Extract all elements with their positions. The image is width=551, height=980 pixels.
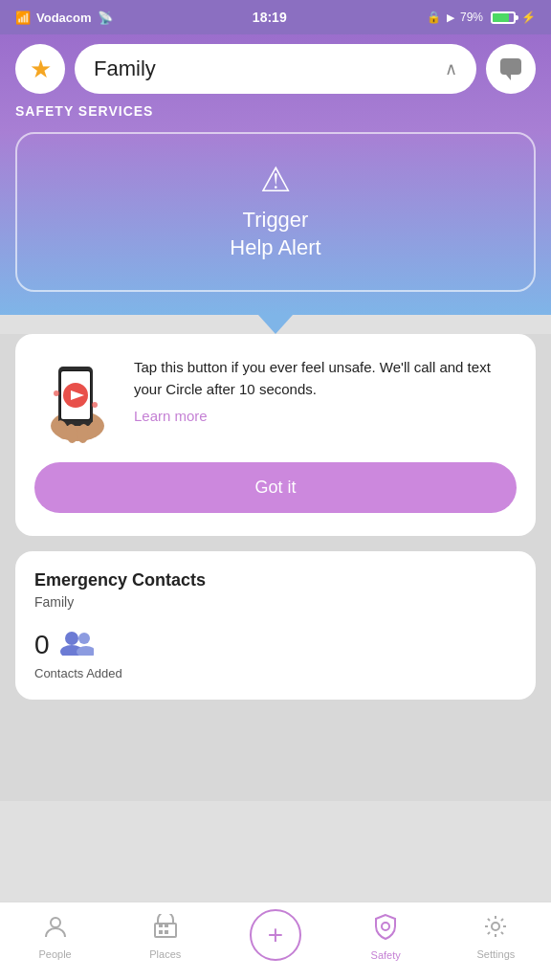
contacts-group-icon (59, 627, 94, 662)
header: ★ Family ∧ SAFETY SERVICES (0, 34, 551, 132)
carrier-label: Vodacom (36, 11, 92, 25)
svg-point-8 (54, 390, 59, 396)
svg-point-9 (92, 402, 98, 408)
tooltip-body: Tap this button if you ever feel unsafe.… (34, 357, 517, 443)
emergency-contacts-title: Emergency Contacts (34, 570, 517, 590)
warning-icon: ⚠ (260, 163, 291, 197)
trigger-line1: Trigger Help Alert (230, 207, 320, 261)
safety-icon (373, 913, 398, 946)
plus-icon: + (268, 922, 283, 948)
battery-fill (493, 13, 509, 22)
emergency-contacts-subtitle: Family (34, 594, 517, 610)
location-icon: ▶ (447, 11, 454, 24)
svg-point-24 (382, 923, 389, 930)
hero-section: ⚠ Trigger Help Alert (0, 132, 551, 315)
lock-icon: 🔒 (427, 11, 441, 24)
svg-rect-0 (500, 58, 521, 75)
contacts-added-label: Contacts Added (34, 666, 517, 680)
emergency-contacts-card: Emergency Contacts Family 0 Contacts Add… (15, 551, 536, 700)
phone-illustration (34, 357, 121, 443)
learn-more-link[interactable]: Learn more (134, 408, 208, 424)
nav-label-settings: Settings (477, 948, 516, 960)
family-dropdown-label: Family (94, 56, 156, 81)
svg-rect-22 (159, 930, 163, 934)
bottom-nav: People Places + Safety (0, 902, 551, 980)
nav-item-people[interactable]: People (0, 914, 110, 960)
arrow-pointer (258, 315, 293, 334)
contacts-count-row: 0 (34, 627, 517, 662)
nav-item-safety[interactable]: Safety (331, 913, 441, 961)
family-dropdown[interactable]: Family ∧ (75, 44, 476, 94)
tooltip-card: Tap this button if you ever feel unsafe.… (15, 334, 536, 536)
header-row: ★ Family ∧ (15, 44, 536, 94)
tooltip-text-block: Tap this button if you ever feel unsafe.… (134, 357, 517, 425)
svg-point-25 (492, 923, 499, 930)
svg-rect-21 (165, 924, 168, 927)
svg-rect-20 (159, 924, 163, 927)
trigger-card[interactable]: ⚠ Trigger Help Alert (15, 132, 536, 292)
add-button[interactable]: + (250, 909, 301, 961)
safety-services-label: SAFETY SERVICES (15, 103, 536, 132)
star-button[interactable]: ★ (15, 44, 65, 94)
battery-percent: 79% (460, 11, 483, 24)
chat-icon (498, 56, 523, 81)
svg-marker-1 (506, 75, 511, 80)
status-right: 🔒 ▶ 79% ⚡ (427, 11, 536, 24)
svg-point-15 (78, 633, 90, 644)
nav-item-places[interactable]: Places (110, 914, 220, 960)
chevron-up-icon: ∧ (445, 58, 457, 79)
contacts-count: 0 (34, 630, 50, 660)
settings-icon (483, 914, 508, 945)
svg-point-14 (65, 632, 78, 645)
lightning-icon: ⚡ (521, 11, 536, 24)
main-content: Tap this button if you ever feel unsafe.… (0, 334, 551, 801)
chat-button[interactable] (486, 44, 536, 94)
status-left: 📶 Vodacom 📡 (15, 11, 113, 25)
battery-bar (491, 11, 516, 24)
status-time: 18:19 (253, 10, 287, 25)
people-icon (43, 914, 68, 945)
svg-rect-23 (165, 930, 168, 934)
nav-item-settings[interactable]: Settings (441, 914, 551, 960)
nav-label-safety: Safety (371, 949, 401, 961)
nav-label-places: Places (149, 948, 181, 960)
signal-icon: 📶 (15, 11, 31, 25)
tooltip-main-text: Tap this button if you ever feel unsafe.… (134, 357, 517, 400)
wifi-icon: 📡 (98, 11, 113, 25)
nav-label-people: People (38, 948, 71, 960)
star-icon: ★ (30, 55, 52, 84)
svg-point-18 (51, 918, 60, 927)
phone-svg (35, 357, 120, 443)
status-bar: 📶 Vodacom 📡 18:19 🔒 ▶ 79% ⚡ (0, 0, 551, 34)
places-icon (153, 914, 178, 945)
got-it-button[interactable]: Got it (34, 462, 517, 513)
nav-item-add[interactable]: + (220, 909, 330, 965)
